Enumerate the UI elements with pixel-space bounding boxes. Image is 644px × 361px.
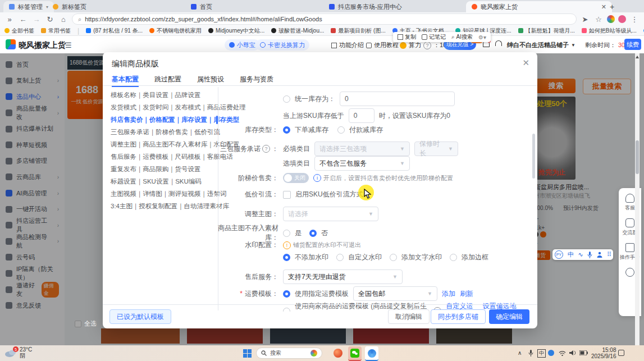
three-pack-optional-select[interactable]: 不包含三包服务▼: [314, 156, 410, 171]
tab-attr-preset[interactable]: 属性预设: [197, 72, 224, 86]
send-icon[interactable]: ➤: [580, 15, 590, 24]
renew-button[interactable]: 续费: [624, 39, 641, 50]
low-price-checkbox[interactable]: [283, 191, 291, 199]
radio-no-watermark[interactable]: [283, 254, 290, 261]
tray-speaker-icon[interactable]: [569, 350, 576, 356]
tab-doudian-market[interactable]: 抖店服务市场-应用中心: [323, 1, 467, 12]
tray-wifi-icon[interactable]: [559, 350, 566, 356]
pinyin-icon[interactable]: PY: [555, 250, 563, 259]
collapse-menu-icon[interactable]: ☰: [65, 41, 72, 49]
bookmark-item[interactable]: 全部书签: [4, 27, 34, 35]
taskbar-weather[interactable]: 5 23°C 阴: [4, 346, 32, 359]
ai-search-button[interactable]: ⌕AI搜索: [451, 33, 473, 41]
helper-item-service[interactable]: 客服: [625, 194, 635, 212]
taskbar-app-flower[interactable]: [331, 346, 345, 360]
bookmark-item[interactable]: (87 封私信 / 91 条...: [86, 27, 143, 35]
headset-icon[interactable]: [495, 40, 502, 46]
tray-notification-icon[interactable]: [618, 350, 624, 356]
overflow-chevron-icon[interactable]: »: [4, 15, 15, 24]
menu-item-ship-mode[interactable]: 发货模式｜发货时间｜发布模式｜商品运费处理: [111, 104, 217, 111]
menu-item-34-image[interactable]: 3:4主图｜授权复制配置｜自动清理素材库: [111, 203, 217, 210]
menu-item-price-stock[interactable]: 抖店售卖价｜价格配置｜库存设置｜库存类型: [111, 116, 217, 124]
bookmark-item[interactable]: 不锈钢电饼机家用: [149, 27, 202, 35]
confirm-edit-button[interactable]: 确定编辑: [489, 309, 529, 324]
copy-button[interactable]: 复制: [398, 33, 416, 41]
page-scrollbar[interactable]: [635, 53, 640, 345]
voice-wave-icon[interactable]: ∿: [578, 251, 583, 258]
aftersale-select[interactable]: 支持7天无理由退货▼: [283, 269, 403, 284]
tray-clock[interactable]: 15:08 2025/9/16: [591, 347, 616, 359]
chinese-mode-icon[interactable]: 中: [568, 250, 574, 259]
mic-icon[interactable]: [587, 252, 592, 258]
menu-item-title-sku[interactable]: 标题设置｜SKU设置｜SKU编码: [111, 178, 217, 185]
helper-item-extra[interactable]: [625, 268, 634, 277]
xiaozunbao-button[interactable]: 小尊宝: [225, 39, 260, 51]
radio-specified-freight[interactable]: [283, 290, 290, 298]
tray-ime-indicator[interactable]: 中: [537, 349, 546, 358]
low-stock-input[interactable]: 0: [349, 108, 374, 123]
sync-multi-shop-button[interactable]: 同步到多店铺: [431, 309, 486, 324]
tab-service-qual[interactable]: 服务与资质: [240, 72, 273, 86]
help-icon[interactable]: ?: [423, 42, 431, 49]
new-tab-button[interactable]: +: [610, 2, 614, 11]
gear-icon[interactable]: ⚙▾: [478, 34, 486, 40]
radio-custom-watermark[interactable]: [336, 254, 344, 261]
tab-home[interactable]: 首页: [185, 1, 323, 12]
bookmark-item[interactable]: Midjourney中文站...: [208, 27, 264, 35]
bookmark-item[interactable]: 最新项目剖析 (图...: [331, 27, 385, 35]
close-icon[interactable]: ✕: [601, 3, 606, 11]
tutorial-button[interactable]: 使用教程: [366, 41, 399, 49]
radio-unified-stock[interactable]: [283, 95, 290, 103]
menu-item-three-pack[interactable]: 三包服务承诺｜阶梯价售卖｜低价引流: [111, 129, 217, 136]
modal-scrollbar-thumb[interactable]: [532, 134, 535, 179]
tab-xiaofeng-active[interactable]: 晓风搬家上货 ✕: [466, 1, 612, 12]
help-icon[interactable]: ?: [262, 145, 270, 153]
address-bar[interactable]: ⌕ https://xfdyorder.zzbtool.com/zzb_supe…: [72, 13, 577, 25]
tray-battery-icon[interactable]: [579, 350, 588, 355]
tab-basic-config[interactable]: 基本配置: [112, 72, 139, 87]
radio-pay-decrement[interactable]: [337, 126, 345, 134]
home-icon[interactable]: ⌂: [58, 15, 68, 24]
unified-stock-input[interactable]: 0: [340, 92, 455, 106]
taskbar-app-wechat[interactable]: [348, 346, 362, 361]
radio-order-decrement[interactable]: [283, 126, 290, 134]
radio-text-watermark[interactable]: [390, 254, 397, 261]
warranty-duration-select[interactable]: 保修时长▼: [414, 141, 458, 156]
three-pack-required-select[interactable]: 请选择三包选项▼: [314, 141, 410, 156]
start-button[interactable]: [240, 346, 254, 360]
menu-item-video[interactable]: 主图视频｜详情图｜测评短视频｜违禁词: [111, 190, 217, 198]
bookmark-item[interactable]: 【新想魁】荷塘月...: [518, 27, 575, 35]
tab-skip-config[interactable]: 跳过配置: [154, 72, 181, 86]
tray-app-icon[interactable]: [548, 350, 554, 356]
forward-icon[interactable]: →: [31, 15, 42, 24]
refresh-link[interactable]: 刷新: [460, 289, 473, 299]
taskbar-app-browser[interactable]: [365, 346, 378, 361]
menu-item-main-image[interactable]: 调整主图｜商品主图不存入素材库｜水印配置: [111, 141, 217, 148]
freight-template-select[interactable]: 全国包邮▼: [353, 286, 437, 301]
cancel-edit-button[interactable]: 取消编辑: [388, 309, 430, 324]
tier-price-toggle[interactable]: 关闭: [283, 173, 309, 183]
kami-exchange-button[interactable]: 卡密兑换算力: [255, 39, 309, 51]
bookmark-item[interactable]: 玻酸哲迷-Midjou...: [271, 27, 324, 35]
bookmark-item[interactable]: 常用书签: [41, 27, 71, 35]
profile-avatar[interactable]: [607, 15, 615, 23]
menu-item-repeat-publish[interactable]: 重复发布｜商品限购｜货号设置: [111, 166, 217, 173]
bookmark-item[interactable]: 如何把B站等级从...: [582, 27, 637, 35]
back-icon[interactable]: ←: [18, 15, 28, 24]
taskbar-search[interactable]: 搜索: [256, 348, 322, 359]
menu-item-template-name[interactable]: 模板名称｜类目设置｜品牌设置: [111, 92, 217, 99]
shop-selector[interactable]: 绅白不白生活精品铺子▼: [507, 41, 576, 49]
close-icon[interactable]: ✕: [522, 58, 529, 68]
bookmark-star-icon[interactable]: ☆: [593, 15, 604, 24]
person-icon[interactable]: [597, 252, 602, 258]
scroll-up-arrow[interactable]: [636, 56, 639, 58]
adjust-main-select[interactable]: 请选择▼: [283, 207, 378, 221]
menu-item-aftersale[interactable]: 售后服务｜运费模板｜尺码模板｜客服电话: [111, 153, 217, 161]
radio-no[interactable]: [309, 230, 317, 237]
refresh-icon[interactable]: ↻: [45, 15, 55, 24]
radio-yes[interactable]: [283, 230, 290, 237]
tray-chevron-up-icon[interactable]: ∧: [518, 350, 522, 356]
tray-mic-icon[interactable]: [528, 350, 533, 357]
feature-intro-button[interactable]: 功能介绍: [331, 41, 364, 49]
radio-border[interactable]: [450, 254, 457, 261]
